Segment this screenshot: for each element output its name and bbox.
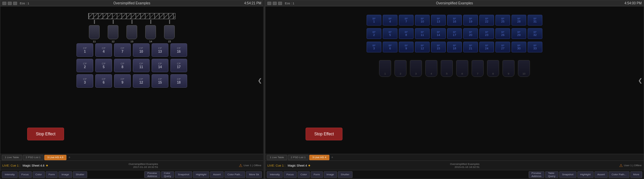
bp-15[interactable]: BP15 bbox=[431, 42, 446, 52]
bp-18[interactable]: BP18 bbox=[447, 42, 462, 52]
bp-26[interactable]: BP26 bbox=[495, 28, 510, 39]
bp-14[interactable]: BP14 bbox=[431, 28, 446, 39]
tool-form-left[interactable]: Form bbox=[46, 171, 58, 178]
stop-effect-button-left[interactable]: Stop Effect bbox=[27, 128, 64, 140]
toolbar-right-group-left: PreviewAddress ColorQuery Snapshot Highl… bbox=[144, 171, 262, 178]
tool-snapshot-left[interactable]: Snapshot bbox=[175, 171, 192, 178]
tab-psd-list-right[interactable]: 2 PSD List 1 bbox=[288, 155, 309, 160]
tool-intensity-right[interactable]: Intensity bbox=[267, 171, 283, 178]
bp-22[interactable]: BP22 bbox=[479, 15, 494, 26]
maximize-button-left[interactable] bbox=[8, 2, 12, 5]
bp-20[interactable]: BP20 bbox=[463, 28, 478, 39]
bp-28[interactable]: BP28 bbox=[512, 15, 526, 26]
bp-24[interactable]: BP24 bbox=[479, 42, 494, 52]
bp-3[interactable]: BP3 bbox=[367, 42, 381, 52]
tab-live-hs-right[interactable]: 3 Live HS 4 bbox=[309, 155, 329, 160]
scroll-arrow-left[interactable]: ❮ bbox=[258, 77, 262, 83]
bp-27[interactable]: BP27 bbox=[495, 42, 510, 52]
tool-intensity-left[interactable]: Intensity bbox=[2, 171, 18, 178]
bp-8[interactable]: BP8 bbox=[399, 28, 414, 39]
cp-cell-7[interactable]: CP7 bbox=[114, 43, 131, 57]
tab-psd-list-left[interactable]: 2 PSD List 1 bbox=[23, 155, 44, 160]
minimize-button-left[interactable] bbox=[2, 2, 6, 5]
cp-cell-8[interactable]: CP8 bbox=[114, 59, 131, 72]
bp-2[interactable]: BP2 bbox=[367, 28, 381, 39]
tool-snapshot-right[interactable]: Snapshot bbox=[559, 171, 577, 178]
tool-color-right[interactable]: Color bbox=[298, 171, 310, 178]
bp-31[interactable]: BP31 bbox=[528, 15, 542, 26]
cp-cell-5[interactable]: CP5 bbox=[95, 59, 112, 72]
tab-live-table-left[interactable]: 1 Live Table bbox=[2, 155, 22, 160]
bp-9[interactable]: BP9 bbox=[399, 42, 414, 52]
bp-33[interactable]: BP33 bbox=[528, 42, 542, 52]
bp-6[interactable]: BP6 bbox=[383, 42, 397, 52]
cp-cell-15[interactable]: CP15 bbox=[152, 74, 168, 88]
tool-more-right[interactable]: More bbox=[630, 171, 642, 178]
bp-23[interactable]: BP23 bbox=[479, 28, 494, 39]
tool-shutter-left[interactable]: Shutter bbox=[73, 171, 88, 178]
tool-image-right[interactable]: Image bbox=[324, 171, 337, 178]
cp-cell-9[interactable]: CP9 bbox=[114, 74, 131, 88]
tool-focus-left[interactable]: Focus bbox=[18, 171, 32, 178]
cp-cell-12[interactable]: CP12 bbox=[133, 74, 150, 88]
tool-shutter-right[interactable]: Shutter bbox=[338, 171, 353, 178]
bp-25[interactable]: BP25 bbox=[495, 15, 510, 26]
tool-focus-right[interactable]: Focus bbox=[283, 171, 297, 178]
bp-32[interactable]: BP32 bbox=[528, 28, 542, 39]
bp-10[interactable]: BP10 bbox=[415, 15, 430, 26]
fixture-14: 14 bbox=[145, 20, 156, 43]
cp-cell-6[interactable]: CP6 bbox=[95, 74, 112, 88]
tab-live-table-right[interactable]: 1 Live Table bbox=[267, 155, 287, 160]
tab-add-right[interactable]: + bbox=[330, 155, 335, 159]
tool-preview-address-right[interactable]: PreviewAddress bbox=[529, 171, 544, 178]
tool-color-path-left[interactable]: Color Path... bbox=[224, 171, 245, 178]
tool-table-query-right[interactable]: TableQuery bbox=[545, 171, 558, 178]
tool-highlight-right[interactable]: Highlight bbox=[577, 171, 594, 178]
tool-assert-left[interactable]: Assert bbox=[210, 171, 224, 178]
bp-29[interactable]: BP29 bbox=[512, 28, 526, 39]
bp-4[interactable]: BP4 bbox=[383, 15, 397, 26]
fixture-label-15: 15 bbox=[168, 40, 171, 43]
close-button-right[interactable] bbox=[278, 2, 282, 5]
cp-cell-1[interactable]: CP1 bbox=[76, 43, 93, 57]
bp-13[interactable]: BP13 bbox=[431, 15, 446, 26]
tool-preview-address-left[interactable]: PreviewAddress bbox=[144, 171, 160, 178]
minimize-button-right[interactable] bbox=[267, 2, 271, 5]
tool-image-left[interactable]: Image bbox=[58, 171, 72, 178]
bp-16[interactable]: BP16 bbox=[447, 15, 462, 26]
bp-1[interactable]: BP1 bbox=[367, 15, 381, 26]
tab-live-hs-left[interactable]: 3 Live HS 4.6 bbox=[44, 155, 66, 160]
tool-more-sk-left[interactable]: More Sk bbox=[246, 171, 262, 178]
cp-cell-11[interactable]: CP11 bbox=[133, 59, 150, 72]
tool-color-query-left[interactable]: ColorQuery bbox=[161, 171, 174, 178]
bp-11[interactable]: BP11 bbox=[415, 28, 430, 39]
bp-19[interactable]: BP19 bbox=[463, 15, 478, 26]
cp-cell-14[interactable]: CP14 bbox=[152, 59, 168, 72]
maximize-button-right[interactable] bbox=[273, 2, 277, 5]
cp-cell-16[interactable]: CP16 bbox=[170, 43, 187, 57]
fixture-body-11 bbox=[89, 25, 100, 39]
fixture-r-8: 8 bbox=[487, 60, 499, 77]
bp-21[interactable]: BP21 bbox=[463, 42, 478, 52]
bp-5[interactable]: BP5 bbox=[383, 28, 397, 39]
bp-30[interactable]: BP30 bbox=[512, 42, 526, 52]
stop-effect-button-right[interactable]: Stop Effect bbox=[306, 128, 342, 140]
cp-cell-2[interactable]: CP2 bbox=[76, 59, 93, 72]
cp-cell-3[interactable]: CP3 bbox=[76, 74, 93, 88]
cp-cell-17[interactable]: CP17 bbox=[170, 59, 187, 72]
cp-cell-13[interactable]: CP13 bbox=[152, 43, 168, 57]
cp-cell-4[interactable]: CP4 bbox=[95, 43, 112, 57]
cp-cell-10[interactable]: CP10 bbox=[133, 43, 150, 57]
close-button-left[interactable] bbox=[13, 2, 17, 5]
tool-assert-right[interactable]: Assert bbox=[594, 171, 608, 178]
scroll-arrow-right[interactable]: ❮ bbox=[638, 77, 642, 83]
bp-12[interactable]: BP12 bbox=[415, 42, 430, 52]
tool-color-path-right[interactable]: Color Path... bbox=[608, 171, 629, 178]
cp-cell-18[interactable]: CP18 bbox=[170, 74, 187, 88]
bp-7[interactable]: BP7 bbox=[399, 15, 414, 26]
tool-highlight-left[interactable]: Highlight bbox=[193, 171, 209, 178]
tool-color-left[interactable]: Color bbox=[33, 171, 45, 178]
tab-add-left[interactable]: + bbox=[67, 155, 72, 159]
bp-17[interactable]: BP17 bbox=[447, 28, 462, 39]
tool-form-right[interactable]: Form bbox=[311, 171, 323, 178]
